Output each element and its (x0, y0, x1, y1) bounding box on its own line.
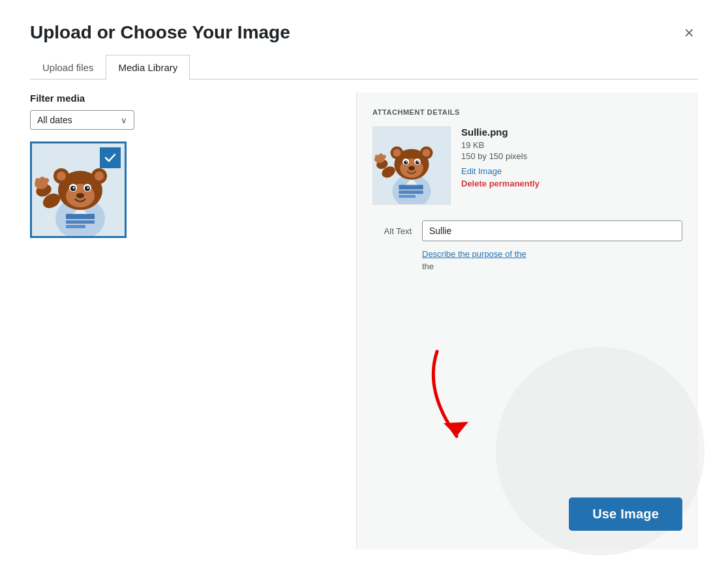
alt-text-more-text: the (422, 261, 682, 271)
svg-point-8 (57, 171, 66, 181)
attachment-thumbnail (372, 126, 451, 205)
chevron-down-icon: ∨ (121, 115, 127, 125)
close-button[interactable]: × (680, 23, 698, 42)
alt-text-row: Alt Text (372, 220, 682, 241)
attachment-meta: Sullie.png 19 KB 150 by 150 pixels Edit … (461, 126, 682, 205)
selected-check (100, 147, 121, 168)
svg-rect-3 (66, 214, 95, 219)
attachment-size: 19 KB (461, 140, 682, 150)
svg-rect-30 (399, 195, 416, 198)
media-upload-dialog: Upload or Choose Your Image × Upload fil… (12, 7, 716, 567)
svg-point-10 (95, 171, 104, 181)
svg-point-47 (375, 155, 379, 158)
date-filter-select[interactable]: All dates ∨ (30, 110, 134, 130)
alt-text-label: Alt Text (372, 226, 412, 236)
media-item[interactable] (30, 141, 127, 238)
svg-point-39 (404, 160, 408, 164)
svg-point-33 (393, 149, 401, 156)
svg-rect-29 (399, 190, 423, 194)
tab-media-library[interactable]: Media Library (106, 55, 190, 80)
svg-point-42 (417, 161, 419, 162)
svg-point-24 (44, 178, 49, 183)
svg-point-18 (76, 193, 84, 198)
svg-point-43 (408, 166, 415, 170)
svg-point-40 (416, 160, 419, 164)
svg-point-35 (423, 149, 431, 156)
attachment-info: Sullie.png 19 KB 150 by 150 pixels Edit … (372, 126, 682, 205)
filter-label: Filter media (30, 93, 341, 104)
date-filter-value: All dates (37, 115, 72, 125)
attachment-details-heading: ATTACHMENT DETAILS (372, 108, 682, 116)
svg-rect-5 (66, 225, 85, 228)
attachment-filename: Sullie.png (461, 126, 682, 138)
svg-point-17 (87, 187, 89, 189)
media-grid (30, 141, 330, 238)
dialog-title: Upload or Choose Your Image (30, 22, 290, 43)
svg-rect-28 (399, 185, 423, 190)
edit-image-link[interactable]: Edit Image (461, 166, 682, 176)
content-area: Filter media All dates ∨ (30, 93, 698, 549)
tab-upload-files[interactable]: Upload files (30, 55, 106, 80)
arrow-annotation (398, 338, 528, 458)
svg-point-41 (406, 161, 407, 162)
describe-purpose-link[interactable]: Describe the purpose of the (422, 249, 682, 259)
alt-text-input[interactable] (422, 220, 682, 241)
tab-bar: Upload files Media Library (30, 55, 698, 80)
svg-point-49 (382, 155, 386, 158)
right-panel: ATTACHMENT DETAILS (356, 93, 698, 549)
use-image-button[interactable]: Use Image (569, 497, 682, 531)
svg-point-22 (35, 178, 40, 183)
svg-point-16 (73, 187, 75, 189)
left-panel: Filter media All dates ∨ (30, 93, 356, 549)
svg-marker-50 (444, 422, 468, 436)
delete-permanently-link[interactable]: Delete permanently (461, 179, 682, 188)
attachment-dimensions: 150 by 150 pixels (461, 151, 682, 161)
dialog-header: Upload or Choose Your Image × (30, 22, 698, 43)
svg-rect-4 (66, 220, 95, 224)
